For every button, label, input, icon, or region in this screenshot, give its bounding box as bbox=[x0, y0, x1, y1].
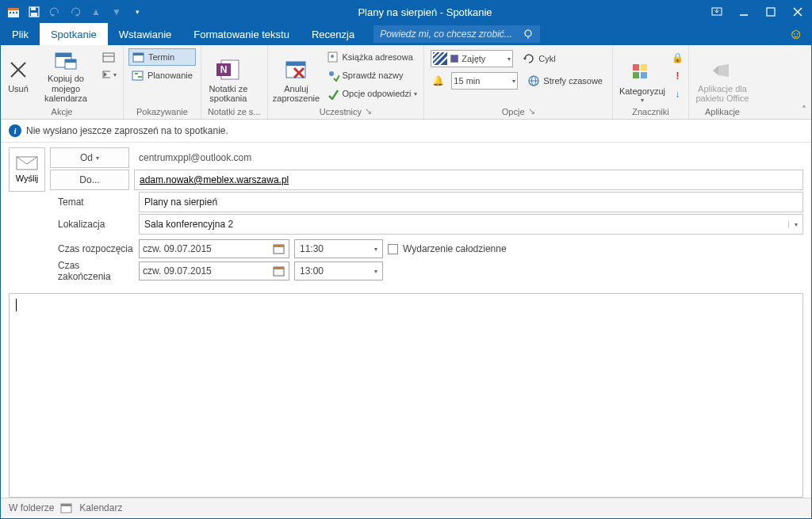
save-icon[interactable] bbox=[25, 2, 44, 21]
dialog-launcher-icon[interactable]: ↘ bbox=[365, 106, 372, 116]
minimize-icon[interactable] bbox=[730, 1, 757, 23]
delete-button[interactable]: Usuń bbox=[4, 47, 33, 105]
lightbulb-icon bbox=[523, 29, 534, 40]
tab-file[interactable]: Plik bbox=[1, 23, 40, 45]
reminder-combo[interactable]: 15 min ▾ bbox=[451, 72, 518, 90]
busy-color-swatch bbox=[450, 55, 458, 63]
delete-x-icon bbox=[6, 57, 31, 82]
actions-extra-col: ▾ bbox=[99, 47, 120, 83]
send-envelope-icon bbox=[16, 156, 38, 170]
appointment-button[interactable]: Termin bbox=[128, 48, 196, 66]
maximize-icon[interactable] bbox=[757, 1, 784, 23]
categorize-button[interactable]: Kategoryzuj ▾ bbox=[616, 47, 668, 105]
end-time-field[interactable]: 13:00 ▾ bbox=[294, 261, 383, 280]
group-options: Zajęty ▾ Cykl 🔔 15 min ▾ bbox=[424, 45, 613, 119]
allday-checkbox[interactable] bbox=[388, 244, 398, 254]
delete-label: Usuń bbox=[8, 84, 29, 94]
address-book-button[interactable]: Książka adresowa bbox=[324, 48, 421, 66]
reminder-value: 15 min bbox=[454, 76, 480, 86]
ribbon: Usuń Kopiuj do mojego kalendarza ▾ Akcje… bbox=[1, 45, 811, 120]
text-cursor bbox=[16, 299, 17, 311]
location-field[interactable]: Sala konferencyjna 2 ▾ bbox=[139, 214, 803, 235]
svg-rect-53 bbox=[61, 504, 71, 506]
tab-insert[interactable]: Wstawianie bbox=[108, 23, 182, 45]
scheduling-icon bbox=[132, 69, 144, 82]
response-options-button[interactable]: Opcje odpowiedzi ▾ bbox=[324, 85, 421, 102]
office-apps-label: Aplikacje dla pakietu Office bbox=[693, 84, 752, 104]
showas-swatch-icon bbox=[433, 52, 447, 65]
scheduling-button[interactable]: Planowanie bbox=[128, 67, 196, 84]
tab-meeting[interactable]: Spotkanie bbox=[40, 23, 108, 45]
emoji-feedback-icon[interactable]: ☺ bbox=[789, 26, 803, 43]
calendar-form-icon[interactable] bbox=[99, 48, 120, 66]
timezones-button[interactable]: Strefy czasowe bbox=[524, 72, 606, 90]
private-lock-icon[interactable]: 🔒 bbox=[672, 49, 684, 67]
infolder-label: W folderze bbox=[9, 502, 54, 513]
start-time-value: 11:30 bbox=[300, 243, 324, 254]
svg-rect-46 bbox=[641, 72, 647, 78]
subject-label: Temat bbox=[55, 197, 134, 208]
group-apps-label: Aplikacje bbox=[692, 107, 753, 118]
tab-format[interactable]: Formatowanie tekstu bbox=[182, 23, 301, 45]
meeting-notes-button[interactable]: N Notatki ze spotkania bbox=[205, 47, 252, 105]
show-as-combo[interactable]: Zajęty ▾ bbox=[431, 50, 513, 67]
end-date-value: czw. 09.07.2015 bbox=[143, 265, 212, 277]
redo-icon[interactable] bbox=[66, 2, 85, 21]
next-icon[interactable]: ▼ bbox=[107, 2, 126, 21]
calendar-status-icon bbox=[60, 502, 73, 513]
location-value: Sala konferencyjna 2 bbox=[144, 219, 788, 230]
ribbon-display-icon[interactable] bbox=[703, 1, 730, 23]
chevron-down-icon: ▾ bbox=[374, 246, 377, 253]
recurrence-icon bbox=[523, 52, 535, 65]
cancel-invitation-label: Anuluj zaproszenie bbox=[272, 84, 321, 104]
svg-rect-3 bbox=[13, 12, 14, 13]
undo-icon[interactable] bbox=[45, 2, 64, 21]
low-importance-icon[interactable]: ↓ bbox=[675, 86, 680, 103]
datepicker-icon[interactable] bbox=[273, 242, 285, 255]
chevron-down-icon: ▾ bbox=[512, 78, 515, 85]
svg-rect-20 bbox=[65, 59, 76, 63]
to-button[interactable]: Do... bbox=[50, 170, 129, 190]
svg-rect-1 bbox=[8, 8, 19, 10]
collapse-ribbon-icon[interactable]: ˄ bbox=[802, 105, 806, 116]
meeting-body[interactable] bbox=[9, 293, 803, 498]
svg-rect-7 bbox=[31, 13, 37, 17]
prev-icon[interactable]: ▲ bbox=[86, 2, 105, 21]
recurrence-button[interactable]: Cykl bbox=[519, 50, 558, 67]
cancel-invitation-icon bbox=[284, 57, 309, 82]
tab-review[interactable]: Recenzja bbox=[301, 23, 366, 45]
recurrence-label: Cykl bbox=[538, 54, 555, 63]
show-as-value: Zajęty bbox=[462, 54, 485, 63]
subject-field[interactable]: Plany na sierpień bbox=[139, 192, 803, 212]
group-tags-label: Znaczniki bbox=[616, 107, 685, 118]
svg-text:N: N bbox=[220, 64, 228, 75]
svg-rect-44 bbox=[641, 64, 647, 71]
qat-customize-icon[interactable]: ▾ bbox=[128, 2, 147, 21]
location-dropdown-icon[interactable]: ▾ bbox=[788, 221, 802, 228]
datepicker-icon[interactable] bbox=[273, 265, 285, 277]
forward-dropdown-icon[interactable]: ▾ bbox=[99, 66, 120, 83]
close-icon[interactable] bbox=[784, 1, 811, 23]
svg-rect-27 bbox=[135, 73, 138, 74]
copy-to-calendar-button[interactable]: Kopiuj do mojego kalendarza bbox=[34, 47, 98, 105]
calendar-name[interactable]: Kalendarz bbox=[79, 502, 122, 513]
group-attendees: Anuluj zaproszenie Książka adresowa Spra… bbox=[268, 45, 425, 119]
start-date-field[interactable]: czw. 09.07.2015 bbox=[139, 239, 289, 258]
office-apps-button[interactable]: Aplikacje dla pakietu Office bbox=[692, 47, 753, 105]
end-date-field[interactable]: czw. 09.07.2015 bbox=[139, 261, 289, 280]
onenote-icon: N bbox=[216, 57, 241, 82]
from-button[interactable]: Od▾ bbox=[50, 147, 129, 168]
to-field[interactable]: adam.nowak@meblex.warszawa.pl bbox=[134, 170, 803, 190]
calendar-app-icon[interactable] bbox=[4, 2, 23, 21]
send-button[interactable]: Wyślij bbox=[9, 147, 45, 192]
high-importance-icon[interactable]: ! bbox=[676, 67, 679, 85]
cancel-invitation-button[interactable]: Anuluj zaproszenie bbox=[271, 47, 322, 105]
tell-me-placeholder: Powiedz mi, co chcesz zrobić... bbox=[380, 29, 512, 40]
check-names-button[interactable]: Sprawdź nazwy bbox=[324, 67, 421, 84]
group-options-label: Opcje bbox=[502, 107, 525, 116]
dialog-launcher-icon[interactable]: ↘ bbox=[528, 106, 535, 116]
tell-me-search[interactable]: Powiedz mi, co chcesz zrobić... bbox=[373, 25, 540, 43]
info-bar: i Nie wysłano jeszcze zaproszeń na to sp… bbox=[1, 120, 811, 143]
group-actions: Usuń Kopiuj do mojego kalendarza ▾ Akcje bbox=[1, 45, 124, 119]
start-time-field[interactable]: 11:30 ▾ bbox=[294, 239, 383, 258]
